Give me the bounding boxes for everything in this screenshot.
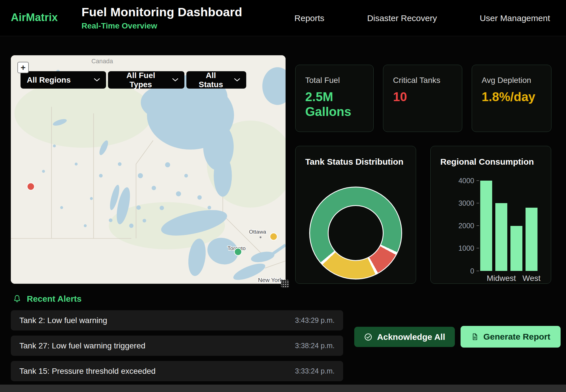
map-label-ottawa: Ottawa	[249, 229, 266, 235]
fuel-type-filter-dropdown[interactable]: All Fuel Types	[108, 71, 184, 89]
stats-row: Total Fuel 2.5M Gallons Critical Tanks 1…	[295, 65, 551, 132]
x-axis-label: Midwest	[487, 274, 516, 283]
stat-label: Avg Depletion	[482, 76, 541, 85]
tank-status-card: Tank Status Distribution	[295, 146, 416, 284]
fuel-type-filter-label: All Fuel Types	[114, 71, 167, 89]
alert-message: Tank 27: Low fuel warning triggered	[19, 341, 145, 350]
alert-time: 3:38:24 p.m.	[295, 342, 335, 350]
donut-chart	[309, 187, 402, 279]
stat-value: 1.8%/day	[482, 89, 541, 104]
x-axis-label: West	[522, 274, 540, 283]
main-nav: Reports Disaster Recovery User Managemen…	[294, 0, 550, 36]
document-icon	[471, 333, 479, 341]
map-marker-critical[interactable]	[27, 183, 34, 190]
dashboard-screen: AirMatrix Fuel Monitoring Dashboard Real…	[0, 0, 566, 392]
region-filter-dropdown[interactable]: All Regions	[21, 71, 106, 89]
y-axis-tick: 2000	[439, 222, 479, 229]
map-marker-normal[interactable]	[234, 248, 241, 255]
status-filter-label: All Status	[193, 71, 229, 89]
alert-time: 3:43:29 p.m.	[295, 316, 335, 324]
bar	[495, 203, 507, 271]
bar	[526, 208, 538, 271]
generate-report-button[interactable]: Generate Report	[461, 326, 561, 348]
acknowledge-all-button[interactable]: Acknowledge All	[354, 327, 455, 347]
alert-time: 3:33:24 p.m.	[295, 367, 335, 375]
chevron-down-icon	[234, 78, 240, 81]
chevron-down-icon	[94, 78, 100, 81]
alert-row[interactable]: Tank 2: Low fuel warning 3:43:29 p.m.	[11, 310, 343, 330]
map-panel: Canada Ottawa Toronto New York + All Reg…	[11, 55, 286, 284]
title-block: Fuel Monitoring Dashboard Real-Time Over…	[82, 5, 242, 30]
check-circle-icon	[364, 333, 372, 341]
acknowledge-all-label: Acknowledge All	[377, 332, 445, 342]
donut-hole	[328, 205, 384, 261]
regional-consumption-card: Regional Consumption 4000 3000 2000 1000…	[430, 146, 551, 284]
bar	[480, 181, 492, 271]
nav-user-management[interactable]: User Management	[480, 13, 550, 23]
zoom-in-button[interactable]: +	[17, 62, 29, 73]
bell-icon	[13, 294, 22, 303]
stat-card-total-fuel: Total Fuel 2.5M Gallons	[295, 65, 374, 132]
nav-reports[interactable]: Reports	[294, 13, 324, 23]
y-axis-tick: 0	[439, 267, 479, 275]
y-axis-tick: 1000	[439, 244, 479, 252]
chevron-down-icon	[172, 78, 178, 81]
app-header: AirMatrix Fuel Monitoring Dashboard Real…	[0, 0, 566, 36]
alert-message: Tank 2: Low fuel warning	[19, 316, 107, 325]
nav-disaster-recovery[interactable]: Disaster Recovery	[367, 13, 437, 23]
horizontal-scrollbar[interactable]	[0, 385, 566, 392]
map-resize-handle[interactable]	[281, 280, 289, 288]
map-marker-warning[interactable]	[270, 233, 277, 240]
region-filter-label: All Regions	[27, 75, 71, 85]
page-title: Fuel Monitoring Dashboard	[82, 5, 242, 19]
tank-status-title: Tank Status Distribution	[305, 157, 403, 167]
alerts-header: Recent Alerts	[13, 294, 82, 304]
map-label-new-york: New York	[258, 277, 283, 283]
map-label-canada: Canada	[91, 58, 113, 65]
y-axis-tick: 4000	[439, 177, 479, 184]
map-filter-row: All Regions All Fuel Types All Status	[21, 71, 246, 89]
stat-value: 2.5M Gallons	[305, 89, 364, 119]
alert-message: Tank 15: Pressure threshold exceeded	[19, 367, 156, 376]
stat-label: Total Fuel	[305, 76, 364, 85]
stat-label: Critical Tanks	[393, 76, 452, 85]
regional-consumption-title: Regional Consumption	[440, 157, 534, 167]
y-axis-tick: 3000	[439, 199, 479, 207]
bar-chart	[480, 181, 538, 271]
stat-card-critical-tanks: Critical Tanks 10	[383, 65, 462, 132]
stat-card-avg-depletion: Avg Depletion 1.8%/day	[472, 65, 551, 132]
app-logo: AirMatrix	[11, 11, 58, 24]
generate-report-label: Generate Report	[483, 332, 550, 342]
bar	[510, 226, 522, 271]
status-filter-dropdown[interactable]: All Status	[186, 71, 246, 89]
page-subtitle: Real-Time Overview	[82, 21, 242, 30]
city-dot-ottawa	[259, 236, 262, 238]
map-canvas[interactable]: Canada Ottawa Toronto New York	[11, 55, 286, 284]
alert-row[interactable]: Tank 27: Low fuel warning triggered 3:38…	[11, 336, 343, 356]
stat-value: 10	[393, 89, 452, 104]
alerts-section-title: Recent Alerts	[27, 294, 82, 304]
alert-row[interactable]: Tank 15: Pressure threshold exceeded 3:3…	[11, 361, 343, 381]
